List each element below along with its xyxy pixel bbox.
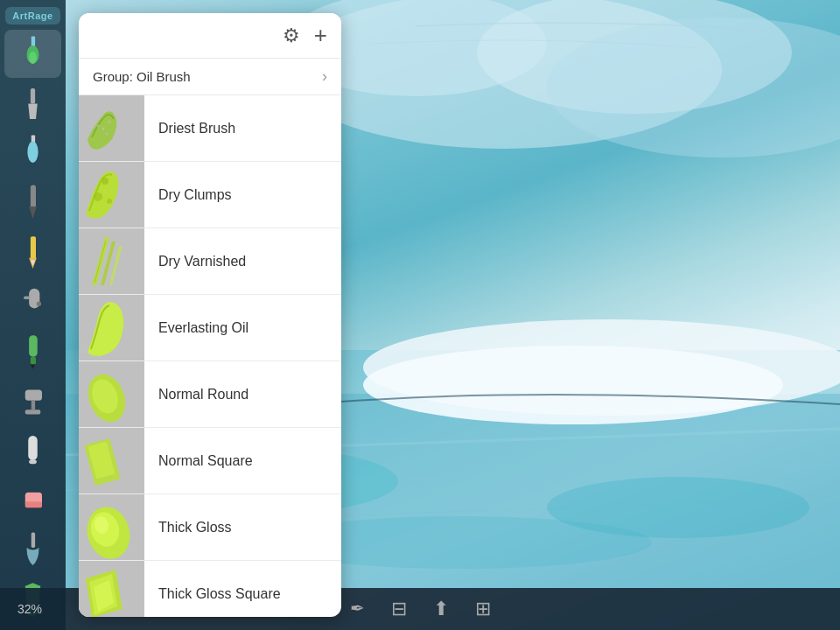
brush-preview-normalround [79, 361, 144, 427]
brush-name-thickgloss: Thick Gloss [144, 520, 232, 536]
svg-point-8 [363, 346, 783, 424]
eraser-tool[interactable] [4, 476, 61, 524]
brush-item-driest[interactable]: Driest Brush [79, 95, 341, 162]
svg-marker-22 [29, 206, 37, 219]
brush-name-dryvarnished: Dry Varnished [144, 254, 246, 270]
ink-pen-tool[interactable] [4, 178, 61, 227]
svg-rect-29 [29, 335, 38, 357]
brush-name-driest: Driest Brush [144, 121, 235, 136]
brush-item-dryclumps[interactable]: Dry Clumps [79, 162, 341, 228]
smudge-tool[interactable] [4, 526, 61, 574]
brush-item-dryvarnished[interactable]: Dry Varnished [79, 228, 341, 295]
svg-rect-39 [32, 532, 35, 548]
brush-preview-driest [79, 95, 144, 161]
svg-rect-38 [25, 501, 42, 508]
brush-preview-dryvarnished [79, 228, 144, 294]
chalk-tool[interactable] [4, 426, 61, 474]
panel-header: ⚙ + [79, 13, 341, 59]
brush-preview-everlasting [79, 295, 144, 360]
svg-point-17 [29, 52, 37, 64]
group-arrow: › [322, 67, 327, 86]
group-row[interactable]: Group: Oil Brush › [79, 59, 341, 95]
marker-tool[interactable] [4, 327, 61, 375]
zoom-label: 32% [18, 602, 42, 616]
brush-item-thickgloss[interactable]: Thick Gloss [79, 494, 341, 561]
left-toolbar: ArtRage [0, 0, 66, 630]
svg-point-50 [107, 199, 112, 204]
brush-preview-thickglosssquare [79, 561, 144, 617]
brush-list: Driest Brush Dry Clumps [79, 95, 341, 617]
settings-icon[interactable]: ⚙ [283, 24, 300, 47]
brush-name-normalround: Normal Round [144, 387, 248, 402]
roller-tool[interactable] [4, 377, 61, 425]
svg-rect-34 [25, 410, 41, 414]
svg-rect-32 [25, 389, 42, 400]
artrage-logo: ArtRage [5, 7, 60, 24]
brush-name-normalsquare: Normal Square [144, 453, 253, 469]
watercolor-tool[interactable] [4, 129, 61, 177]
share-icon[interactable]: ⬆ [433, 598, 449, 620]
brush-item-normalsquare[interactable]: Normal Square [79, 428, 341, 494]
svg-point-20 [27, 142, 38, 164]
airbrush-tool[interactable] [4, 277, 61, 326]
brush-panel: ⚙ + Group: Oil Brush › Driest Brush [79, 13, 341, 617]
svg-rect-23 [31, 236, 36, 259]
brush-name-dryclumps: Dry Clumps [144, 187, 232, 203]
brush-item-normalround[interactable]: Normal Round [79, 361, 341, 428]
svg-marker-31 [31, 364, 35, 368]
brush-name-everlasting: Everlasting Oil [144, 320, 248, 336]
svg-rect-27 [24, 297, 30, 300]
svg-point-43 [108, 121, 111, 123]
stencil-icon[interactable]: ✒ [350, 598, 365, 620]
brush-preview-normalsquare [79, 428, 144, 494]
brush-preview-dryclumps [79, 162, 144, 228]
svg-point-46 [97, 125, 100, 128]
svg-point-28 [37, 302, 41, 306]
gallery-icon[interactable]: ⊞ [475, 598, 491, 620]
brush-preview-thickgloss [79, 494, 144, 560]
pencil-tool[interactable] [4, 228, 61, 276]
svg-rect-30 [31, 356, 36, 364]
group-label: Group: Oil Brush [93, 69, 191, 84]
oil-brush-tool[interactable] [4, 30, 61, 78]
svg-rect-35 [28, 436, 38, 460]
layers-icon[interactable]: ⊟ [391, 598, 407, 620]
svg-point-44 [102, 128, 105, 130]
svg-rect-18 [31, 88, 35, 104]
add-brush-icon[interactable]: + [314, 22, 327, 49]
brush-item-everlasting[interactable]: Everlasting Oil [79, 295, 341, 361]
svg-point-48 [102, 178, 108, 185]
brush-name-thickglosssquare: Thick Gloss Square [144, 586, 281, 602]
svg-rect-21 [31, 185, 36, 207]
bottom-icons: ✒ ⊟ ⬆ ⊞ [350, 598, 491, 620]
palette-knife-tool[interactable] [4, 80, 61, 128]
svg-point-49 [94, 192, 102, 201]
svg-rect-33 [32, 400, 35, 410]
svg-point-45 [106, 133, 108, 136]
brush-item-thickglosssquare[interactable]: Thick Gloss Square [79, 561, 341, 617]
svg-point-36 [29, 459, 37, 464]
